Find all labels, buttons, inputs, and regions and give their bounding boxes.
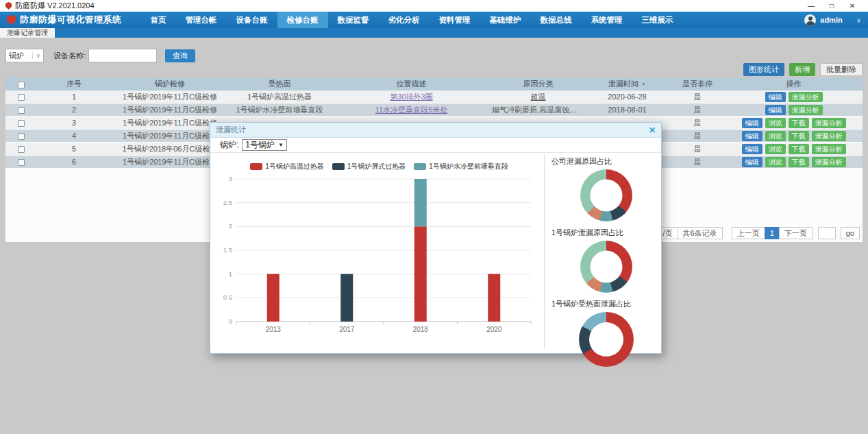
donut-hole [591, 180, 623, 212]
row-checkbox[interactable] [18, 120, 25, 127]
svg-text:2020: 2020 [486, 326, 502, 333]
select-all-checkbox[interactable] [18, 82, 25, 88]
svg-text:1: 1 [229, 270, 232, 278]
app-title: 防磨防爆可视化管理系统 [20, 14, 122, 26]
row-checkbox-cell [5, 143, 36, 156]
tab-leak-records[interactable]: 泄爆记录管理 [0, 28, 55, 38]
nav-item-7[interactable]: 资料管理 [430, 12, 480, 28]
query-button[interactable]: 查询 [165, 49, 195, 62]
nav-item-3[interactable]: 设备台账 [227, 12, 277, 28]
row-action-button[interactable]: 编辑 [742, 118, 762, 128]
row-action-button[interactable]: 泄漏分析 [789, 105, 823, 115]
device-type-value: 锅炉 [9, 51, 24, 61]
cell-no: 3 [36, 117, 112, 130]
row-action-button[interactable]: 下载 [789, 157, 809, 167]
nav-item-5[interactable]: 数据监督 [328, 12, 379, 28]
column-header-2: 锅炉检修 [112, 77, 228, 91]
donut-block-1: 公司泄漏原因占比 [551, 156, 661, 221]
boiler-chevron-down-icon: ▼ [278, 142, 284, 148]
cause-link: 烟气冲刷磨损,高温腐蚀,超温 [492, 106, 584, 114]
row-action-button[interactable]: 泄漏分析 [789, 92, 823, 102]
user-chevron-down-icon[interactable]: ∨ [856, 16, 861, 24]
nav-item-10[interactable]: 系统管理 [582, 12, 632, 28]
column-header-label: 锅炉检修 [155, 80, 185, 88]
device-name-input[interactable] [88, 49, 157, 62]
svg-text:2013: 2013 [266, 326, 282, 333]
row-checkbox[interactable] [18, 159, 25, 166]
user-menu[interactable]: admin ∨ [804, 14, 861, 26]
maximize-icon[interactable]: □ [821, 0, 842, 12]
row-action-button[interactable]: 下载 [789, 131, 809, 141]
chart-legend: 1号锅炉高温过热器1号锅炉屏式过热器1号锅炉水冷壁前墙垂直段 [214, 162, 544, 171]
row-action-button[interactable]: 泄漏分析 [812, 118, 846, 128]
row-checkbox[interactable] [18, 107, 25, 114]
row-action-button[interactable]: 编辑 [742, 144, 762, 154]
nav-item-2[interactable]: 管理台帐 [176, 12, 227, 28]
row-action-button[interactable]: 浏览 [765, 118, 786, 128]
row-action-button[interactable]: 编辑 [765, 92, 786, 102]
legend-item[interactable]: 1号锅炉高温过热器 [250, 162, 324, 171]
row-action-button[interactable]: 下载 [789, 118, 809, 128]
batch-delete-button[interactable]: 批量删除 [820, 63, 863, 76]
donut-ring [579, 312, 634, 367]
prev-page-button[interactable]: 上一页 [732, 227, 765, 239]
nav-item-1[interactable]: 首页 [141, 12, 176, 28]
row-action-button[interactable]: 下载 [789, 144, 809, 154]
next-page-button[interactable]: 下一页 [779, 227, 813, 239]
modal-header[interactable]: 泄漏统计 ✕ [210, 123, 661, 138]
page-jump-input[interactable] [818, 227, 836, 239]
position-link[interactable]: 11水冷壁垂直段5米处 [375, 106, 448, 114]
cause-link[interactable]: 超温 [531, 93, 546, 101]
cell-no: 2 [36, 104, 112, 117]
modal-filter-row: 锅炉: 1号锅炉 ▼ [210, 138, 661, 153]
modal-title: 泄漏统计 [216, 125, 246, 135]
row-action-button[interactable]: 泄漏分析 [812, 157, 846, 167]
row-action-button[interactable]: 编辑 [742, 157, 762, 167]
row-checkbox[interactable] [18, 94, 25, 101]
column-header-label: 泄漏时间 [608, 80, 638, 88]
cell-cause: 超温 [492, 91, 584, 104]
svg-text:0: 0 [229, 317, 232, 325]
total-records-label: 共6条记录 [678, 227, 723, 239]
nav-item-9[interactable]: 数据总线 [531, 12, 582, 28]
current-page-button[interactable]: 1 [765, 227, 780, 239]
nav-item-4[interactable]: 检修台账 [277, 12, 328, 28]
page-jump-go-button[interactable]: go [841, 227, 860, 239]
sort-icon[interactable]: ▼ [641, 82, 646, 86]
row-checkbox[interactable] [18, 146, 25, 153]
donut-hole [589, 322, 623, 357]
row-checkbox[interactable] [18, 133, 25, 140]
svg-text:2018: 2018 [413, 326, 429, 333]
cell-actions: 编辑泄漏分析 [725, 104, 863, 117]
modal-close-icon[interactable]: ✕ [649, 125, 656, 135]
nav-item-6[interactable]: 劣化分析 [379, 12, 430, 28]
legend-item[interactable]: 1号锅炉水冷壁前墙垂直段 [414, 162, 508, 171]
svg-text:2: 2 [229, 222, 232, 230]
chart-stats-button[interactable]: 图形统计 [743, 63, 784, 76]
cell-actions: 编辑浏览下载泄漏分析 [725, 117, 863, 130]
boiler-label: 锅炉: [220, 139, 238, 151]
nav-item-8[interactable]: 基础维护 [480, 12, 531, 28]
donut-pane: 公司泄漏原因占比1号锅炉泄漏原因占比1号锅炉受热面泄漏占比 [545, 153, 661, 353]
row-action-button[interactable]: 浏览 [765, 157, 786, 167]
close-icon[interactable]: ✕ [842, 0, 863, 12]
row-action-button[interactable]: 泄漏分析 [812, 144, 846, 154]
position-link[interactable]: 第30排外3圈 [390, 93, 432, 101]
column-header-6: 泄漏时间▼ [584, 77, 670, 91]
column-header-label: 是否非停 [682, 80, 712, 88]
boiler-select[interactable]: 1号锅炉 ▼ [242, 139, 287, 151]
row-action-button[interactable]: 浏览 [765, 131, 786, 141]
device-type-select[interactable]: 锅炉 ∨ [5, 49, 44, 62]
row-action-button[interactable]: 编辑 [742, 131, 762, 141]
table-row: 21号锅炉2019年11月C级检修1号锅炉水冷壁前墙垂直段11水冷壁垂直段5米处… [5, 104, 863, 117]
nav-item-11[interactable]: 三维展示 [632, 12, 683, 28]
legend-swatch [250, 163, 262, 170]
row-action-button[interactable]: 浏览 [765, 144, 786, 154]
legend-item[interactable]: 1号锅炉屏式过热器 [332, 162, 406, 171]
window-titlebar: 防磨防爆 V2.2021.0204 — □ ✕ [0, 0, 868, 12]
row-action-button[interactable]: 编辑 [765, 105, 786, 115]
row-action-button[interactable]: 泄漏分析 [812, 131, 846, 141]
legend-swatch [332, 163, 345, 170]
add-button[interactable]: 新增 [789, 63, 815, 76]
minimize-icon[interactable]: — [801, 0, 821, 12]
